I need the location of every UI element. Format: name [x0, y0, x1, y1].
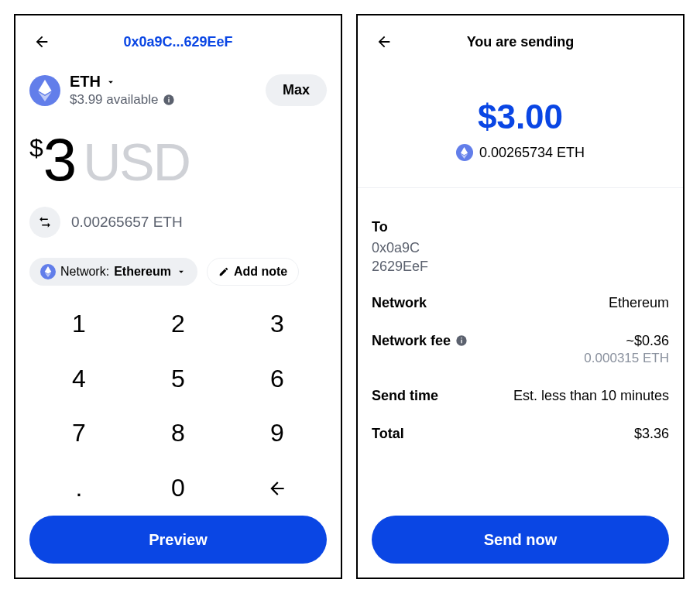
crypto-equivalent: 0.00265657 ETH — [71, 214, 183, 231]
info-icon[interactable] — [455, 334, 468, 347]
to-block: To 0x0a9C 2629EeF — [372, 205, 669, 284]
network-chip[interactable]: Network: Ethereum — [29, 258, 197, 286]
send-amount-crypto: 0.00265734 ETH — [479, 145, 585, 161]
amount-summary: $3.00 0.00265734 ETH — [372, 98, 669, 187]
back-button[interactable] — [29, 29, 54, 54]
swap-currency-button[interactable] — [29, 207, 60, 238]
key-0[interactable]: 0 — [129, 461, 228, 516]
divider — [358, 187, 683, 188]
key-8[interactable]: 8 — [129, 406, 228, 461]
network-row: Network Ethereum — [372, 284, 669, 322]
to-label: To — [372, 219, 669, 235]
numeric-keypad: 1 2 3 4 5 6 7 8 9 . 0 — [29, 296, 327, 516]
crypto-equivalent-row: 0.00265657 ETH — [29, 207, 327, 238]
key-5[interactable]: 5 — [129, 351, 228, 406]
send-now-button[interactable]: Send now — [372, 516, 669, 564]
info-icon[interactable] — [163, 94, 175, 106]
fee-label: Network fee — [372, 333, 451, 349]
amount-currency: USD — [83, 135, 190, 188]
header: You are sending — [372, 25, 669, 59]
key-4[interactable]: 4 — [29, 351, 129, 406]
arrow-left-icon — [267, 478, 287, 499]
add-note-chip[interactable]: Add note — [207, 258, 299, 286]
asset-selector[interactable]: ETH — [70, 73, 266, 91]
asset-balance: $3.99 available — [70, 92, 266, 108]
pencil-icon — [218, 266, 229, 277]
eth-icon-small — [40, 264, 56, 279]
to-address-line2: 2629EeF — [372, 257, 669, 276]
send-entry-screen: 0x0a9C...629EeF ETH $3.99 available Max … — [14, 14, 342, 579]
arrow-left-icon — [33, 33, 50, 50]
to-address-line1: 0x0a9C — [372, 238, 669, 257]
fee-row: Network fee ~$0.36 0.000315 ETH — [372, 322, 669, 377]
send-amount-usd: $3.00 — [372, 98, 669, 136]
key-7[interactable]: 7 — [29, 406, 129, 461]
send-confirm-screen: You are sending $3.00 0.00265734 ETH To … — [356, 14, 685, 579]
swap-icon — [38, 215, 52, 229]
total-label: Total — [372, 426, 404, 442]
key-dot[interactable]: . — [29, 461, 129, 516]
total-row: Total $3.36 — [372, 415, 669, 453]
preview-button[interactable]: Preview — [29, 516, 327, 564]
fee-crypto: 0.000315 ETH — [584, 351, 669, 366]
amount-value: 3 — [43, 129, 75, 190]
eth-icon — [29, 75, 60, 106]
chips-row: Network: Ethereum Add note — [29, 258, 327, 286]
sendtime-value: Est. less than 10 minutes — [513, 388, 669, 404]
svg-rect-5 — [461, 338, 462, 338]
header: 0x0a9C...629EeF — [29, 25, 327, 59]
key-2[interactable]: 2 — [129, 296, 228, 351]
arrow-left-icon — [376, 33, 393, 50]
eth-icon-small — [456, 144, 473, 161]
sendtime-row: Send time Est. less than 10 minutes — [372, 377, 669, 415]
key-6[interactable]: 6 — [228, 351, 327, 406]
currency-symbol: $ — [29, 134, 43, 163]
key-backspace[interactable] — [228, 461, 327, 516]
svg-rect-2 — [169, 97, 170, 98]
recipient-address: 0x0a9C...629EeF — [29, 34, 327, 50]
svg-rect-4 — [461, 340, 462, 344]
amount-display: $ 3 USD — [29, 129, 327, 190]
back-button[interactable] — [372, 29, 396, 54]
total-value: $3.36 — [634, 426, 669, 442]
asset-selector-row: ETH $3.99 available Max — [29, 73, 327, 108]
network-label: Network — [372, 295, 427, 311]
fee-value: ~$0.36 — [626, 333, 669, 348]
key-3[interactable]: 3 — [228, 296, 327, 351]
network-value: Ethereum — [609, 295, 669, 311]
max-button[interactable]: Max — [266, 74, 327, 106]
key-9[interactable]: 9 — [228, 406, 327, 461]
svg-rect-1 — [169, 99, 170, 103]
asset-symbol: ETH — [70, 73, 101, 91]
chevron-down-icon — [105, 77, 116, 87]
details-list: To 0x0a9C 2629EeF Network Ethereum Netwo… — [372, 205, 669, 453]
page-title: You are sending — [372, 34, 669, 50]
key-1[interactable]: 1 — [29, 296, 129, 351]
sendtime-label: Send time — [372, 388, 438, 404]
chevron-down-icon — [176, 266, 187, 277]
